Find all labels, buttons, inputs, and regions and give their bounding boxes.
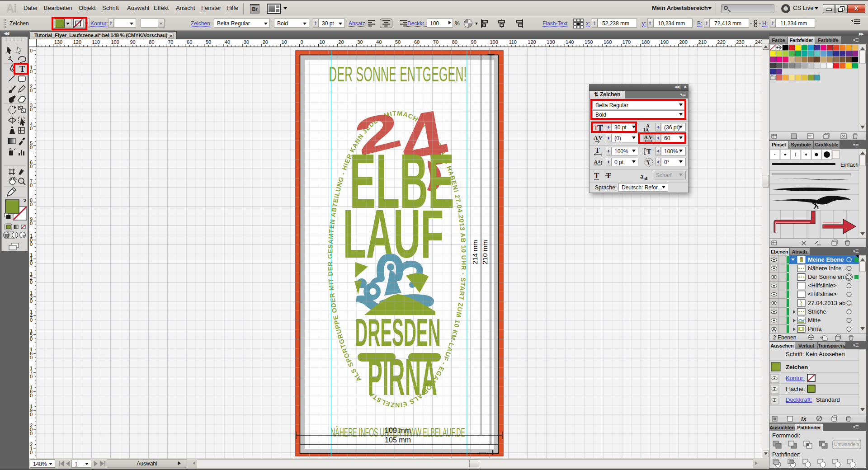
svg-text:0: 0	[30, 298, 33, 304]
svg-text:70: 70	[168, 39, 173, 45]
svg-text:0: 0	[30, 48, 33, 53]
svg-text:40: 40	[225, 39, 230, 45]
svg-text:Umwandeln: Umwandeln	[834, 442, 859, 447]
svg-text:DRESDEN: DRESDEN	[355, 311, 440, 354]
svg-text:T: T	[646, 148, 651, 155]
svg-text:130: 130	[547, 39, 555, 45]
svg-text:214 mm: 214 mm	[471, 240, 479, 264]
svg-text:Pathfinder:: Pathfinder:	[772, 451, 801, 458]
svg-text:170: 170	[623, 39, 631, 45]
svg-text:0: 0	[30, 260, 33, 266]
svg-text:27.04.2013 ab ...: 27.04.2013 ab ...	[808, 300, 852, 306]
svg-text:50: 50	[395, 39, 401, 45]
svg-text:90: 90	[130, 39, 135, 45]
svg-text:Striche: Striche	[808, 308, 826, 315]
svg-text:0: 0	[30, 393, 33, 398]
svg-text:0: 0	[30, 431, 33, 436]
svg-text:<Hilfslinie>: <Hilfslinie>	[808, 282, 837, 289]
svg-text:10: 10	[282, 39, 287, 45]
svg-text:200: 200	[679, 39, 688, 45]
svg-text:210: 210	[698, 39, 706, 45]
svg-text:0: 0	[30, 164, 33, 169]
svg-text:0: 0	[30, 241, 33, 247]
svg-text:0: 0	[30, 126, 33, 131]
svg-text:Standard: Standard	[816, 396, 840, 403]
svg-text:a: a	[644, 174, 648, 181]
svg-text:109 mm: 109 mm	[385, 427, 411, 434]
svg-text:0: 0	[30, 279, 33, 285]
svg-text:120: 120	[528, 39, 536, 45]
svg-text:Meine Ebene: Meine Ebene	[808, 256, 844, 263]
svg-text:0: 0	[30, 221, 33, 226]
svg-text:0: 0	[30, 355, 33, 360]
svg-text:40: 40	[376, 39, 382, 45]
svg-text:120: 120	[73, 39, 81, 45]
svg-text:110: 110	[92, 39, 100, 45]
svg-text:20: 20	[338, 39, 344, 45]
svg-text:2 Ebenen: 2 Ebenen	[773, 334, 796, 341]
svg-text:240: 240	[755, 39, 762, 45]
svg-text:Deckkraft:: Deckkraft:	[786, 396, 812, 403]
svg-text:T: T	[594, 171, 599, 180]
svg-text:A: A	[594, 159, 598, 165]
svg-text:0: 0	[30, 412, 33, 417]
svg-text:190: 190	[660, 39, 669, 45]
svg-text:100: 100	[490, 39, 498, 45]
svg-text:Fläche:: Fläche:	[786, 385, 805, 392]
svg-text:210 mm: 210 mm	[481, 240, 489, 264]
svg-text:220: 220	[717, 39, 725, 45]
svg-text:230: 230	[736, 39, 744, 45]
svg-text:0: 0	[30, 107, 33, 112]
svg-text:Formmodi:: Formmodi:	[772, 432, 800, 439]
svg-text:180: 180	[642, 39, 650, 45]
svg-text:150: 150	[585, 39, 593, 45]
svg-text:A V: A V	[594, 134, 603, 141]
svg-text:0: 0	[30, 183, 33, 188]
svg-text:Kontur:: Kontur:	[786, 375, 805, 381]
svg-text:30: 30	[357, 39, 363, 45]
svg-text:105 mm: 105 mm	[385, 436, 411, 444]
svg-text:110: 110	[509, 39, 517, 45]
svg-text:0: 0	[30, 202, 33, 207]
svg-text:80: 80	[452, 39, 458, 45]
svg-text:0: 0	[30, 336, 33, 342]
svg-text:Nähere Infos ...: Nähere Infos ...	[808, 265, 848, 272]
svg-text:60: 60	[414, 39, 420, 45]
svg-text:a: a	[598, 158, 600, 164]
svg-text:Pirna: Pirna	[808, 325, 822, 332]
svg-text:20: 20	[263, 39, 268, 45]
svg-text:140: 140	[566, 39, 574, 45]
svg-text:Der Sonne en...: Der Sonne en...	[808, 273, 849, 280]
svg-text:0: 0	[30, 88, 33, 93]
svg-text:Zeichen: Zeichen	[786, 364, 808, 371]
svg-text:0: 0	[301, 39, 303, 45]
svg-text:Mitte: Mitte	[808, 317, 821, 324]
svg-text:T: T	[595, 147, 600, 154]
svg-text:0: 0	[30, 374, 33, 379]
svg-text:<Hilfslinie>: <Hilfslinie>	[808, 291, 837, 297]
svg-text:130: 130	[54, 39, 62, 45]
svg-text:70: 70	[433, 39, 439, 45]
svg-text:80: 80	[149, 39, 154, 45]
svg-text:30: 30	[244, 39, 249, 45]
svg-text:60: 60	[187, 39, 192, 45]
svg-text:90: 90	[471, 39, 476, 45]
svg-text:fx: fx	[801, 415, 807, 422]
svg-text:IA: IA	[643, 127, 649, 132]
svg-text:Einfach: Einfach	[840, 162, 859, 168]
svg-text:0: 0	[30, 317, 33, 323]
svg-text:Schrift: Kein Aussehen: Schrift: Kein Aussehen	[786, 351, 845, 357]
svg-text:0: 0	[30, 145, 33, 150]
svg-text:100: 100	[111, 39, 119, 45]
svg-text:0: 0	[30, 69, 33, 74]
svg-text:10: 10	[319, 39, 325, 45]
svg-text:0: 0	[30, 450, 33, 455]
svg-text:a: a	[640, 173, 644, 180]
svg-text:160: 160	[604, 39, 612, 45]
svg-text:50: 50	[206, 39, 211, 45]
